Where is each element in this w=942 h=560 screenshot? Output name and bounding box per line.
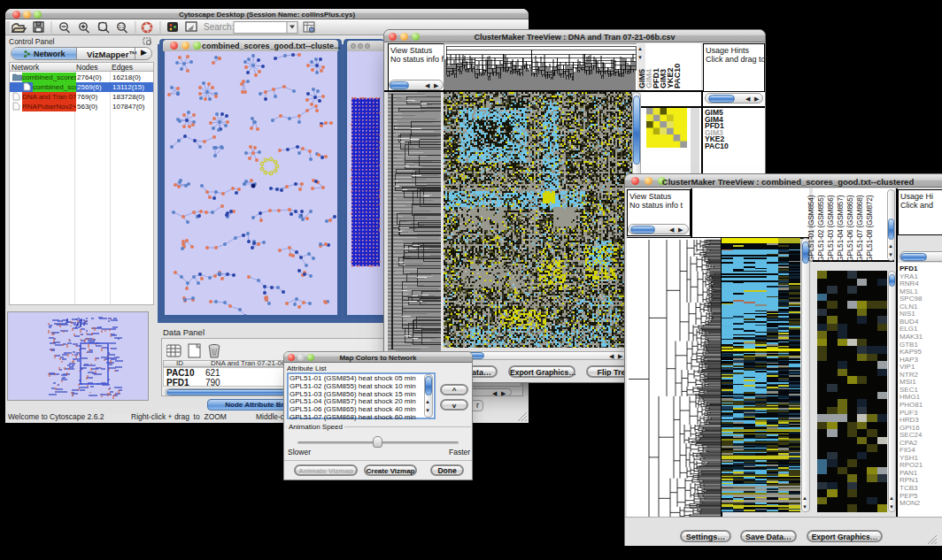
svg-text:Search:: Search:: [204, 22, 234, 32]
svg-text:1:1: 1:1: [119, 25, 125, 29]
